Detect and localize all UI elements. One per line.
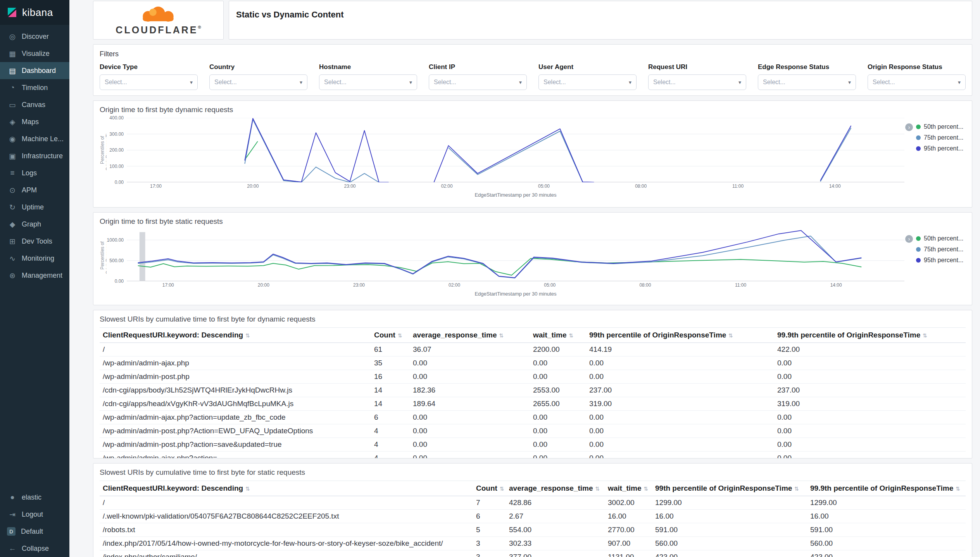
y-axis-ticks: 0.00100.00200.00300.00400.00 <box>107 118 127 182</box>
table-row: /cdn-cgi/apps/body/3Lh52SjWTQ4HRlErJykHq… <box>100 384 966 397</box>
sidebar-item-management[interactable]: ⊛Management <box>0 267 69 284</box>
chart-plot-area[interactable] <box>127 118 904 182</box>
sidebar-item-monitoring[interactable]: ∿Monitoring <box>0 250 69 267</box>
chart-panel-dynamic: Origin time to first byte dynamic reques… <box>93 100 972 208</box>
column-header-label: 99th percentile of OriginResponseTime <box>655 484 792 492</box>
table-row: /7428.863002.001299.001299.00 <box>100 496 966 510</box>
chart-plot-area[interactable] <box>127 230 904 281</box>
column-header-4[interactable]: 99th percentile of OriginResponseTime⇅ <box>586 328 774 343</box>
column-header-2[interactable]: average_response_time⇅ <box>506 481 605 496</box>
sidebar-item-dashboard[interactable]: ▤Dashboard <box>0 62 69 79</box>
filter-select-client-ip[interactable]: Select...▾ <box>429 74 527 90</box>
table-row: /wp-admin/admin-ajax.php?action=...40.00… <box>100 451 966 459</box>
sidebar-item-dev-tools[interactable]: ⊞Dev Tools <box>0 233 69 250</box>
sidebar-footer-item-collapse[interactable]: ←Collapse <box>0 540 69 557</box>
filter-select-origin-response-status[interactable]: Select...▾ <box>868 74 966 90</box>
filter-placeholder: Select... <box>324 79 347 86</box>
cell-value: 35 <box>371 356 410 370</box>
dashboard-title-panel: Static vs Dynamic Content <box>229 1 972 40</box>
legend-item-1[interactable]: 75th percent... <box>916 246 966 253</box>
cell-value: 237.00 <box>586 384 774 397</box>
sidebar-item-timelion[interactable]: ◔Timelion <box>0 79 69 96</box>
column-header-4[interactable]: 99th percentile of OriginResponseTime⇅ <box>652 481 807 496</box>
column-header-label: 99.9th percentile of OriginResponseTime <box>777 331 920 339</box>
sidebar-item-visualize[interactable]: ▦Visualize <box>0 45 69 62</box>
column-header-0[interactable]: ClientRequestURI.keyword: Descending⇅ <box>100 481 473 496</box>
cell-uri: /index.php/author/camiliame/ <box>100 550 473 557</box>
table-panel-dynamic: Slowest URIs by cumulative time to first… <box>93 310 972 458</box>
cell-uri: /cdn-cgi/apps/body/3Lh52SjWTQ4HRlErJykHq… <box>100 384 371 397</box>
sidebar-item-apm[interactable]: ⊙APM <box>0 182 69 199</box>
sidebar-item-label: Management <box>22 272 62 280</box>
column-header-5[interactable]: 99.9th percentile of OriginResponseTime⇅ <box>774 328 966 343</box>
x-tick-label: 02:00 <box>441 183 453 189</box>
sidebar-item-logs[interactable]: ≡Logs <box>0 164 69 182</box>
column-header-3[interactable]: wait_time⇅ <box>530 328 586 343</box>
column-header-1[interactable]: Count⇅ <box>473 481 506 496</box>
cell-uri: /wp-admin/admin-post.php?Action=EWD_UFAQ… <box>100 424 371 438</box>
sidebar-item-label: Dev Tools <box>22 237 52 246</box>
sidebar-item-machine-learning[interactable]: ◉Machine Le... <box>0 130 69 147</box>
dashboard-top-row: CLOUDFLARE® Static vs Dynamic Content <box>93 1 972 40</box>
sidebar-footer-item-elastic-user[interactable]: ●elastic <box>0 489 69 506</box>
table-row: /wp-admin/admin-ajax.php350.000.000.000.… <box>100 356 966 370</box>
cell-value: 189.64 <box>410 397 530 411</box>
table-row: /wp-admin/admin-post.php?Action=EWD_UFAQ… <box>100 424 966 438</box>
column-header-label: ClientRequestURI.keyword: Descending <box>103 484 243 492</box>
legend-toggle-button[interactable]: › <box>905 235 913 243</box>
sidebar-item-uptime[interactable]: ↻Uptime <box>0 199 69 216</box>
visualize-icon: ▦ <box>8 49 17 58</box>
legend-toggle-button[interactable]: › <box>905 123 913 131</box>
legend-item-2[interactable]: 95th percent... <box>916 145 966 152</box>
column-header-3[interactable]: wait_time⇅ <box>605 481 652 496</box>
column-header-1[interactable]: Count⇅ <box>371 328 410 343</box>
cell-uri: /cdn-cgi/apps/head/xVgyKhR-vV3dAUGhMqfBc… <box>100 397 371 411</box>
cell-value: 0.00 <box>410 411 530 424</box>
cell-value: 0.00 <box>586 438 774 451</box>
filter-select-user-agent[interactable]: Select...▾ <box>538 74 637 90</box>
cell-value: 2655.00 <box>530 397 586 411</box>
column-header-0[interactable]: ClientRequestURI.keyword: Descending⇅ <box>100 328 371 343</box>
filter-select-country[interactable]: Select...▾ <box>209 74 307 90</box>
filter-select-device-type[interactable]: Select...▾ <box>100 74 198 90</box>
cell-value: 0.00 <box>410 356 530 370</box>
sidebar-footer-item-default-space[interactable]: DDefault <box>0 523 69 540</box>
legend-item-0[interactable]: 50th percent... <box>916 123 966 130</box>
sidebar-footer-item-logout[interactable]: ⇥Logout <box>0 506 69 523</box>
chart-title: Origin time to first byte dynamic reques… <box>100 106 966 114</box>
legend-color-dot <box>916 146 921 151</box>
filter-label-device-type: Device Type <box>100 63 198 71</box>
filters-row: Device TypeSelect...▾CountrySelect...▾Ho… <box>100 63 966 90</box>
cell-value: 0.00 <box>530 356 586 370</box>
sidebar-item-discover[interactable]: ◎Discover <box>0 28 69 45</box>
chevron-down-icon: ▾ <box>848 79 851 85</box>
column-header-label: wait_time <box>608 484 642 492</box>
column-header-5[interactable]: 99.9th percentile of OriginResponseTime⇅ <box>807 481 966 496</box>
column-header-2[interactable]: average_response_time⇅ <box>410 328 530 343</box>
sidebar-item-infrastructure[interactable]: ▣Infrastructure <box>0 147 69 164</box>
chart-canvas[interactable] <box>127 230 904 281</box>
legend-item-2[interactable]: 95th percent... <box>916 257 966 264</box>
cell-value: 0.00 <box>410 424 530 438</box>
cell-uri: /.well-known/pki-validation/054075F6A27B… <box>100 510 473 523</box>
filter-label-user-agent: User Agent <box>538 63 637 71</box>
legend-item-0[interactable]: 50th percent... <box>916 235 966 242</box>
sidebar-item-label: Logs <box>22 169 37 177</box>
cell-value: 423.00 <box>807 550 966 557</box>
sidebar-item-canvas[interactable]: ▭Canvas <box>0 96 69 113</box>
legend-label: 50th percent... <box>924 235 963 242</box>
filter-select-request-uri[interactable]: Select...▾ <box>648 74 746 90</box>
cell-value: 1299.00 <box>652 496 807 510</box>
sidebar-item-graph[interactable]: ◆Graph <box>0 216 69 233</box>
kibana-home-link[interactable]: kibana <box>0 0 69 25</box>
chart-canvas[interactable] <box>127 118 904 182</box>
filter-select-edge-response-status[interactable]: Select...▾ <box>758 74 856 90</box>
sort-icon: ⇅ <box>595 486 600 492</box>
sidebar-item-maps[interactable]: ◈Maps <box>0 113 69 130</box>
sort-icon: ⇅ <box>956 486 960 492</box>
legend-item-1[interactable]: 75th percent... <box>916 134 966 141</box>
cell-value: 3002.00 <box>605 496 652 510</box>
filter-select-hostname[interactable]: Select...▾ <box>319 74 417 90</box>
cell-value: 0.00 <box>586 356 774 370</box>
cell-value: 422.00 <box>774 343 966 356</box>
